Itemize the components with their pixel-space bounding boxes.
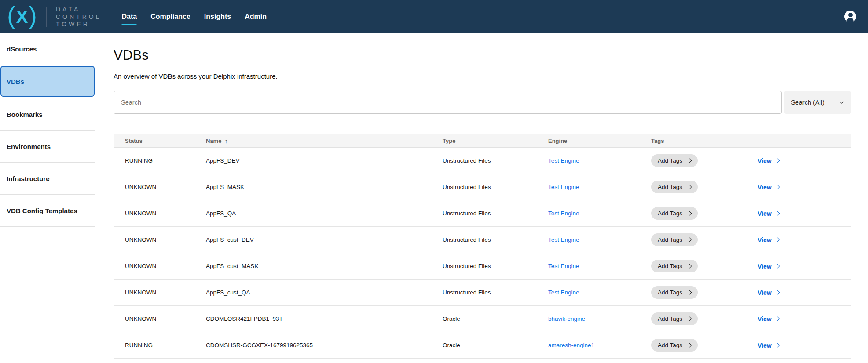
nav-tab-admin[interactable]: Admin [245, 13, 267, 21]
table-row: UNKNOWN AppFS_cust_DEV Unstructured File… [114, 227, 851, 253]
sidebar: dSources VDBs Bookmarks Environments Inf… [0, 33, 95, 363]
table-row: UNKNOWN CDOMLOSR421FPDB1_93T Oracle bhav… [114, 306, 851, 332]
type-cell: Unstructured Files [443, 289, 548, 296]
sidebar-item-bookmarks[interactable]: Bookmarks [0, 98, 95, 131]
name-cell: CDOMSHSR-GCGXEX-1679919625365 [206, 342, 443, 348]
status-cell: UNKNOWN [125, 236, 206, 243]
chevron-right-icon [688, 264, 692, 269]
logo-divider [46, 7, 47, 27]
type-cell: Oracle [443, 342, 548, 348]
column-header-name[interactable]: Name ↑ [206, 138, 443, 145]
status-cell: UNKNOWN [125, 263, 206, 269]
logo-paren: ( [7, 3, 15, 28]
column-header-name-label: Name [206, 138, 221, 144]
view-label: View [758, 184, 772, 191]
chevron-right-icon [775, 317, 780, 321]
add-tags-label: Add Tags [658, 184, 682, 190]
add-tags-button[interactable]: Add Tags [651, 181, 698, 193]
engine-link[interactable]: amaresh-engine1 [548, 342, 594, 348]
logo-paren: ) [29, 3, 37, 28]
chevron-right-icon [775, 211, 780, 216]
add-tags-button[interactable]: Add Tags [651, 312, 698, 325]
status-cell: RUNNING [125, 342, 206, 348]
sidebar-item-environments[interactable]: Environments [0, 131, 95, 163]
chevron-right-icon [775, 343, 780, 348]
status-cell: UNKNOWN [125, 184, 206, 190]
search-input[interactable] [114, 91, 782, 114]
type-cell: Unstructured Files [443, 263, 548, 269]
column-header-status[interactable]: Status [125, 138, 206, 144]
add-tags-button[interactable]: Add Tags [651, 154, 698, 167]
sidebar-active-highlight: VDBs [0, 66, 95, 97]
chevron-right-icon [688, 185, 692, 189]
account-icon[interactable] [844, 11, 856, 22]
add-tags-button[interactable]: Add Tags [651, 207, 698, 220]
column-header-type[interactable]: Type [443, 138, 548, 144]
view-link[interactable]: View [758, 236, 779, 243]
top-navbar: ( X ) DATA CONTROL TOWER Data Compliance… [0, 0, 868, 33]
view-label: View [758, 210, 772, 217]
sidebar-item-infrastructure[interactable]: Infrastructure [0, 163, 95, 195]
column-header-tags[interactable]: Tags [651, 138, 758, 144]
column-header-engine[interactable]: Engine [548, 138, 651, 144]
chevron-right-icon [775, 290, 780, 295]
search-row: Search (All) [114, 91, 851, 114]
nav-tab-compliance[interactable]: Compliance [150, 13, 190, 21]
view-link[interactable]: View [758, 342, 779, 349]
wordmark-line: TOWER [56, 21, 101, 28]
sidebar-item-vdb-config-templates[interactable]: VDB Config Templates [0, 195, 95, 227]
sidebar-item-label: Environments [7, 143, 51, 150]
type-cell: Unstructured Files [443, 157, 548, 164]
add-tags-button[interactable]: Add Tags [651, 286, 698, 299]
chevron-down-icon [840, 99, 844, 104]
view-link[interactable]: View [758, 157, 779, 164]
chevron-right-icon [688, 343, 692, 348]
sort-ascending-icon: ↑ [224, 138, 227, 145]
view-label: View [758, 157, 772, 164]
engine-link[interactable]: bhavik-engine [548, 316, 585, 322]
page-description: An overview of VDBs across your Delphix … [114, 73, 851, 80]
table-body: RUNNING AppFS_DEV Unstructured Files Tes… [114, 148, 851, 359]
type-cell: Oracle [443, 316, 548, 322]
status-cell: RUNNING [125, 157, 206, 164]
view-label: View [758, 263, 772, 270]
add-tags-button[interactable]: Add Tags [651, 233, 698, 246]
table-row: UNKNOWN AppFS_QA Unstructured Files Test… [114, 200, 851, 227]
view-link[interactable]: View [758, 263, 779, 270]
search-scope-label: Search (All) [791, 99, 824, 106]
engine-link[interactable]: Test Engine [548, 263, 579, 269]
engine-link[interactable]: Test Engine [548, 289, 579, 296]
chevron-right-icon [688, 317, 692, 321]
view-link[interactable]: View [758, 289, 779, 296]
add-tags-label: Add Tags [658, 210, 682, 217]
chevron-right-icon [775, 185, 780, 189]
name-cell: AppFS_cust_MASK [206, 263, 443, 269]
delphix-logo-icon: ( X ) [7, 4, 37, 29]
add-tags-button[interactable]: Add Tags [651, 339, 698, 352]
main-content: VDBs An overview of VDBs across your Del… [95, 33, 868, 363]
engine-link[interactable]: Test Engine [548, 157, 579, 164]
view-link[interactable]: View [758, 184, 779, 191]
engine-link[interactable]: Test Engine [548, 210, 579, 217]
sidebar-item-vdbs[interactable]: VDBs [0, 66, 95, 98]
search-scope-dropdown[interactable]: Search (All) [784, 91, 851, 114]
nav-tab-data[interactable]: Data [121, 13, 137, 21]
sidebar-item-label: Bookmarks [7, 111, 43, 118]
view-label: View [758, 316, 772, 323]
chevron-right-icon [688, 211, 692, 216]
chevron-right-icon [775, 159, 780, 163]
wordmark-line: CONTROL [56, 13, 101, 20]
add-tags-label: Add Tags [658, 316, 682, 322]
nav-tab-insights[interactable]: Insights [204, 13, 231, 21]
engine-link[interactable]: Test Engine [548, 184, 579, 190]
view-link[interactable]: View [758, 316, 779, 323]
vdb-table: Status Name ↑ Type Engine Tags RUNNING A… [114, 134, 851, 359]
view-link[interactable]: View [758, 210, 779, 217]
sidebar-item-dsources[interactable]: dSources [0, 33, 95, 65]
engine-link[interactable]: Test Engine [548, 236, 579, 243]
add-tags-button[interactable]: Add Tags [651, 260, 698, 272]
add-tags-label: Add Tags [658, 263, 682, 269]
chevron-right-icon [688, 290, 692, 295]
name-cell: AppFS_DEV [206, 157, 443, 164]
name-cell: AppFS_cust_QA [206, 289, 443, 296]
